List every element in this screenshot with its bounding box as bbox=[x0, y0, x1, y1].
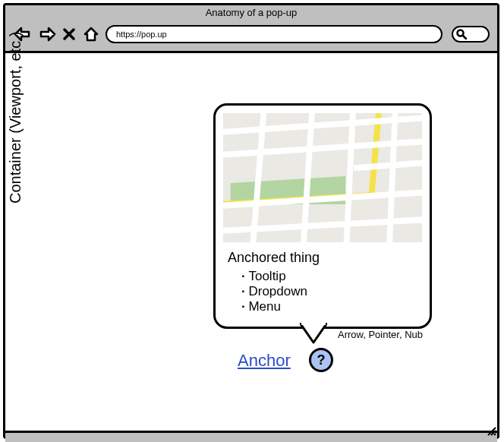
pointer-label: Arrow, Pointer, Nub bbox=[338, 329, 423, 340]
pointer-mask bbox=[301, 320, 326, 325]
svg-marker-3 bbox=[300, 323, 327, 343]
pointer-nub-icon bbox=[300, 323, 327, 344]
list-item: Menu bbox=[241, 299, 419, 314]
map-image bbox=[223, 113, 422, 242]
popup-list: Tooltip Dropdown Menu bbox=[241, 269, 419, 314]
content-area: Container (Viewport, etc.) bbox=[5, 53, 497, 431]
window-title: Anatomy of a pop-up bbox=[5, 5, 497, 21]
url-bar[interactable] bbox=[106, 25, 443, 43]
help-icon[interactable]: ? bbox=[309, 348, 333, 372]
stop-x-icon[interactable] bbox=[61, 25, 77, 43]
list-item: Dropdown bbox=[241, 284, 419, 299]
forward-arrow-icon[interactable] bbox=[37, 25, 57, 43]
status-bar bbox=[5, 431, 497, 442]
browser-window: Anatomy of a pop-up bbox=[3, 3, 499, 439]
url-input[interactable] bbox=[115, 29, 433, 39]
popup-body: Anchored thing Tooltip Dropdown Menu bbox=[223, 242, 422, 319]
container-label: Container (Viewport, etc.) bbox=[7, 32, 24, 204]
window-title-text: Anatomy of a pop-up bbox=[206, 7, 298, 18]
home-icon[interactable] bbox=[81, 25, 101, 43]
browser-toolbar bbox=[5, 21, 497, 53]
popup-card: Anchored thing Tooltip Dropdown Menu bbox=[213, 103, 432, 329]
search-button[interactable] bbox=[452, 26, 490, 43]
list-item: Tooltip bbox=[241, 269, 419, 284]
popup-title: Anchored thing bbox=[228, 250, 419, 266]
anchor-link[interactable]: Anchor bbox=[238, 351, 291, 371]
help-glyph: ? bbox=[317, 352, 326, 368]
magnifier-icon bbox=[456, 29, 467, 39]
